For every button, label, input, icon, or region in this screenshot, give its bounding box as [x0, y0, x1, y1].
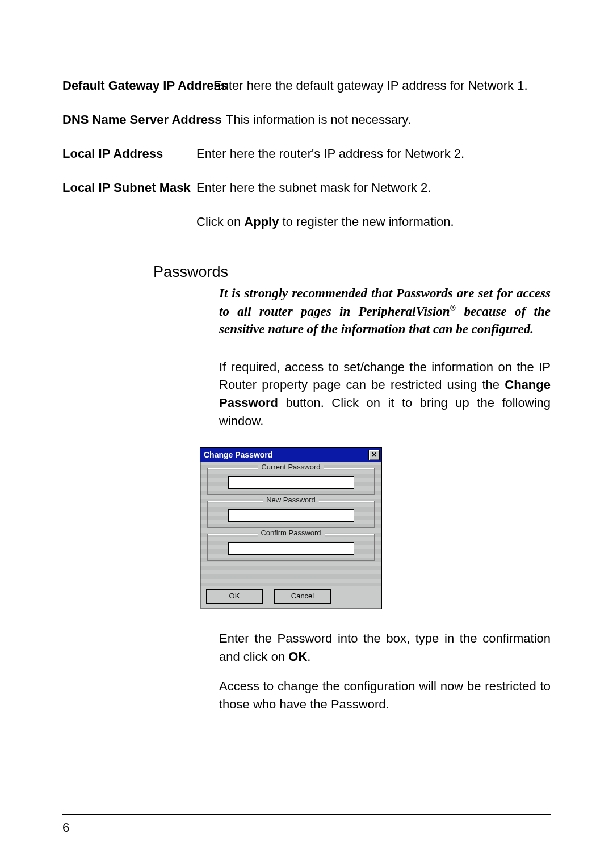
- definition-row: Click on Apply to register the new infor…: [62, 213, 551, 231]
- change-password-dialog-figure: Change Password ✕ Current Password New P…: [200, 447, 551, 609]
- definition-desc: This information is not necessary.: [226, 111, 551, 129]
- definition-label: DNS Name Server Address: [62, 111, 226, 129]
- dialog-titlebar: Change Password ✕: [200, 448, 381, 462]
- dialog-body: Current Password New Password Confirm Pa…: [200, 462, 381, 586]
- definition-desc: Enter here the default gateway IP addres…: [213, 77, 551, 95]
- dialog-spacer: [207, 567, 375, 582]
- new-password-input[interactable]: [228, 509, 354, 522]
- dialog-title: Change Password: [204, 450, 272, 459]
- page-number: 6: [62, 820, 69, 835]
- definition-label: Local IP Subnet Mask: [62, 179, 196, 197]
- change-password-dialog: Change Password ✕ Current Password New P…: [200, 447, 382, 609]
- dialog-button-row: OK Cancel: [200, 586, 381, 609]
- definition-desc: Enter here the subnet mask for Network 2…: [196, 179, 551, 197]
- current-password-label: Current Password: [258, 463, 324, 471]
- definition-desc: Click on Apply to register the new infor…: [196, 213, 551, 231]
- document-page: Default Gateway IP Address Enter here th…: [0, 0, 613, 868]
- after-dialog-paragraph-1: Enter the Password into the box, type in…: [219, 630, 551, 666]
- apply-word: Apply: [244, 215, 279, 229]
- cancel-button[interactable]: Cancel: [274, 589, 331, 604]
- after-dialog-paragraph-2: Access to change the configuration will …: [219, 677, 551, 714]
- footer-rule: [62, 814, 551, 815]
- close-icon: ✕: [371, 451, 377, 458]
- definition-desc: Enter here the router's IP address for N…: [196, 145, 551, 163]
- definition-label: Default Gateway IP Address: [62, 77, 213, 95]
- ok-word: OK: [288, 649, 307, 664]
- close-button[interactable]: ✕: [368, 450, 380, 460]
- text: If required, access to set/change the in…: [219, 360, 551, 392]
- right-column: Enter the Password into the box, type in…: [219, 630, 551, 714]
- definition-row: Local IP Subnet Mask Enter here the subn…: [62, 179, 551, 197]
- current-password-fieldset: Current Password: [207, 468, 375, 495]
- definition-label: Local IP Address: [62, 145, 196, 163]
- confirm-password-input[interactable]: [228, 542, 354, 555]
- registered-mark: ®: [450, 304, 456, 312]
- text: to register the new information.: [279, 215, 454, 229]
- definition-row: Default Gateway IP Address Enter here th…: [62, 77, 551, 95]
- text: .: [307, 649, 310, 664]
- confirm-password-fieldset: Confirm Password: [207, 534, 375, 561]
- new-password-label: New Password: [263, 496, 319, 504]
- passwords-recommendation: It is strongly recommended that Password…: [219, 284, 551, 337]
- text: Enter the Password into the box, type in…: [219, 631, 551, 664]
- passwords-intro-paragraph: If required, access to set/change the in…: [219, 358, 551, 431]
- definition-row: Local IP Address Enter here the router's…: [62, 145, 551, 163]
- new-password-fieldset: New Password: [207, 501, 375, 528]
- section-heading-passwords: Passwords: [153, 263, 551, 281]
- text: Click on: [196, 215, 244, 229]
- current-password-input[interactable]: [228, 476, 354, 489]
- ok-button[interactable]: OK: [206, 589, 263, 604]
- confirm-password-label: Confirm Password: [257, 529, 324, 537]
- definition-row: DNS Name Server Address This information…: [62, 111, 551, 129]
- right-column: It is strongly recommended that Password…: [219, 284, 551, 430]
